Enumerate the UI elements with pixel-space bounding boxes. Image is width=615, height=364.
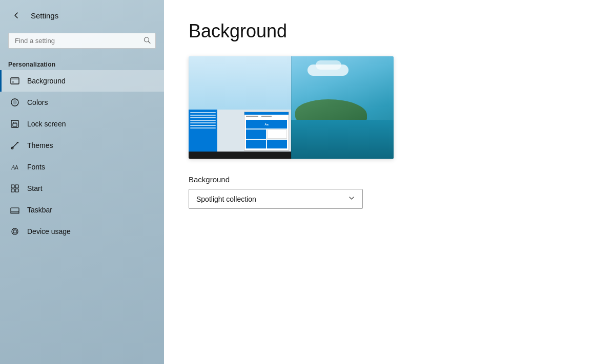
fonts-icon: A A [10,162,20,172]
search-box[interactable] [8,33,156,49]
sidebar-item-fonts[interactable]: A A Fonts [0,156,164,178]
svg-rect-14 [15,185,18,188]
preview-water-lower [291,120,394,159]
sidebar-item-start[interactable]: Start [0,178,164,199]
sidebar-item-label-start: Start [27,184,43,192]
sidebar-item-background[interactable]: Background [0,70,164,92]
sidebar-title: Settings [31,11,58,20]
sidebar-item-lock-screen[interactable]: Lock screen [0,113,164,135]
colors-icon [10,97,20,108]
sidebar-item-label-background: Background [27,77,66,85]
sidebar-item-label-themes: Themes [27,141,53,149]
preview-header-lines [246,115,287,118]
svg-point-19 [12,228,18,234]
device-usage-icon [10,226,20,237]
background-dropdown[interactable]: Spotlight collection [189,189,363,209]
preview-window: Aa [244,112,289,151]
search-input[interactable] [8,33,156,49]
sidebar: Settings Personalization Background [0,0,164,364]
svg-rect-16 [15,189,18,192]
preview-line-3 [190,117,216,118]
preview-line-2 [190,115,216,116]
preview-blue-sidebar [189,110,217,152]
svg-rect-7 [13,123,17,126]
preview-line-7 [190,127,216,129]
sidebar-item-label-lock-screen: Lock screen [27,120,66,128]
preview-tile-grid: Aa [246,120,287,148]
sidebar-header: Settings [0,0,164,31]
svg-rect-3 [11,78,19,80]
taskbar-icon [10,205,20,215]
svg-line-8 [12,142,18,148]
preview-tile-2 [267,130,287,138]
svg-rect-17 [11,208,19,212]
preview-cloud-2 [316,60,341,70]
start-icon [10,183,20,194]
svg-rect-18 [11,212,19,213]
svg-rect-13 [11,185,14,188]
preview-line-6 [190,125,216,126]
section-label: Personalization [0,57,164,70]
sidebar-item-label-taskbar: Taskbar [27,206,52,214]
back-button[interactable] [8,7,25,24]
background-label: Background [189,175,590,184]
preview-header-line-1 [246,116,258,117]
svg-text:A: A [15,165,18,170]
preview-tile-aa: Aa [246,120,287,129]
preview-divider [291,56,292,159]
preview-taskbar [189,152,291,159]
background-preview: Aa [189,56,394,159]
preview-tile-3 [246,140,266,148]
lock-screen-icon [10,119,20,129]
background-icon [10,76,20,86]
preview-tile-1 [246,130,266,138]
preview-tile-4 [267,140,287,148]
sidebar-item-themes[interactable]: Themes [0,135,164,156]
themes-icon [10,140,20,151]
preview-line-5 [190,122,216,123]
chevron-down-icon [348,195,355,203]
sidebar-item-label-colors: Colors [27,98,48,106]
preview-sidebar-lines [189,110,217,131]
preview-line-4 [190,120,216,121]
svg-point-20 [14,230,15,231]
sidebar-item-label-fonts: Fonts [27,163,45,171]
dropdown-value: Spotlight collection [196,195,256,203]
page-title: Background [189,20,590,42]
preview-line-1 [190,112,216,113]
preview-sky-left [189,56,291,113]
svg-rect-4 [12,81,14,83]
svg-rect-15 [11,189,14,192]
sidebar-item-device-usage[interactable]: Device usage [0,221,164,242]
main-content: Background [164,0,615,364]
preview-header-line-2 [261,116,272,117]
sidebar-item-label-device-usage: Device usage [27,227,71,235]
sidebar-item-colors[interactable]: Colors [0,92,164,113]
sidebar-item-taskbar[interactable]: Taskbar [0,199,164,221]
